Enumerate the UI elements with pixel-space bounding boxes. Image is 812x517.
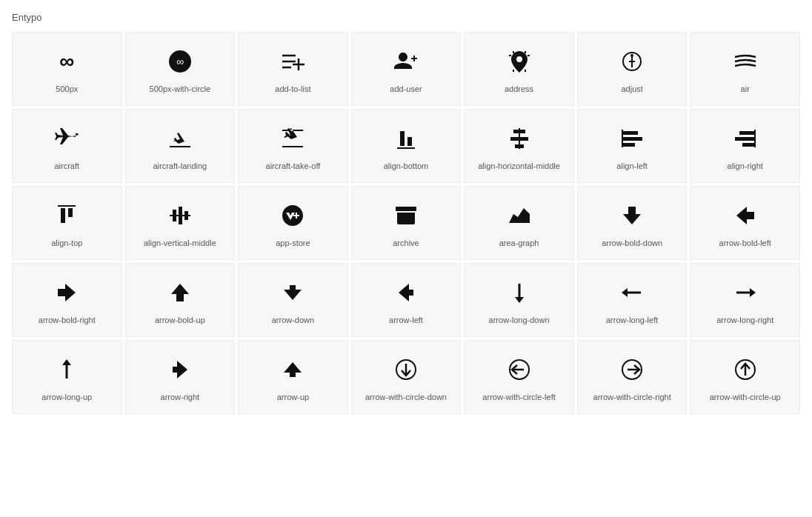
icon-cell-arrow-right[interactable]: arrow-right [125, 340, 236, 414]
icon-cell-arrow-long-left[interactable]: arrow-long-left [577, 263, 688, 337]
arrow-bold-right-label: arrow-bold-right [39, 315, 96, 325]
arrow-with-circle-up-label: arrow-with-circle-up [710, 392, 781, 402]
align-right-icon [733, 124, 757, 153]
adjust-icon [620, 47, 644, 76]
arrow-left-icon [394, 278, 418, 307]
svg-rect-19 [623, 137, 642, 141]
arrow-with-circle-up-icon [733, 355, 757, 384]
icon-cell-add-user[interactable]: add-user [351, 32, 462, 106]
app-store-label: app-store [276, 238, 310, 248]
icon-grid: ∞500px∞500px-with-circleadd-to-listadd-u… [12, 32, 800, 414]
svg-rect-28 [58, 205, 76, 207]
arrow-with-circle-left-label: arrow-with-circle-left [482, 392, 555, 402]
svg-rect-13 [397, 147, 415, 149]
icon-cell-aircraft[interactable]: aircraft [12, 109, 122, 183]
icon-cell-arrow-up[interactable]: arrow-up [238, 340, 348, 414]
icon-cell-area-graph[interactable]: area-graph [464, 186, 574, 260]
app-store-icon [281, 201, 304, 230]
aircraft-take-off-icon [281, 124, 304, 153]
address-icon [508, 47, 531, 76]
icon-cell-arrow-bold-left[interactable]: arrow-bold-left [690, 186, 800, 260]
icon-cell-archive[interactable]: archive [351, 186, 462, 260]
icon-cell-align-left[interactable]: align-left [577, 109, 688, 183]
arrow-bold-left-label: arrow-bold-left [719, 238, 771, 248]
svg-rect-25 [754, 130, 756, 147]
arrow-long-right-label: arrow-long-right [716, 315, 773, 325]
svg-text:∞: ∞ [176, 56, 184, 67]
area-graph-label: area-graph [499, 238, 539, 248]
area-graph-icon [508, 201, 531, 230]
icon-cell-arrow-long-right[interactable]: arrow-long-right [690, 263, 800, 337]
arrow-left-label: arrow-left [389, 315, 423, 325]
arrow-bold-up-icon [168, 278, 192, 307]
add-to-list-icon [281, 47, 304, 76]
500px-label: 500px [56, 84, 78, 94]
icon-cell-500px-with-circle[interactable]: ∞500px-with-circle [125, 32, 236, 106]
icon-cell-arrow-with-circle-right[interactable]: arrow-with-circle-right [577, 340, 688, 414]
arrow-up-label: arrow-up [277, 392, 309, 402]
aircraft-icon [55, 124, 79, 153]
adjust-label: adjust [621, 84, 642, 94]
icon-cell-aircraft-landing[interactable]: aircraft-landing [125, 109, 236, 183]
archive-icon [394, 201, 418, 230]
icon-cell-arrow-with-circle-down[interactable]: arrow-with-circle-down [351, 340, 462, 414]
align-bottom-icon [394, 124, 418, 153]
arrow-long-left-label: arrow-long-left [606, 315, 658, 325]
icon-cell-align-horizontal-middle[interactable]: align-horizontal-middle [464, 109, 574, 183]
arrow-long-left-icon [620, 278, 644, 307]
arrow-with-circle-down-icon [394, 355, 418, 384]
icon-cell-arrow-long-up[interactable]: arrow-long-up [12, 340, 122, 414]
aircraft-landing-icon [168, 124, 192, 153]
align-left-icon [620, 124, 644, 153]
icon-cell-adjust[interactable]: adjust [577, 32, 688, 106]
svg-rect-21 [622, 130, 623, 147]
icon-cell-arrow-bold-down[interactable]: arrow-bold-down [577, 186, 688, 260]
icon-cell-align-vertical-middle[interactable]: align-vertical-middle [125, 186, 236, 260]
icon-cell-arrow-bold-up[interactable]: arrow-bold-up [125, 263, 236, 337]
icon-cell-address[interactable]: address [464, 32, 574, 106]
icon-cell-air[interactable]: air [690, 32, 800, 106]
arrow-long-right-icon [733, 278, 757, 307]
arrow-long-up-label: arrow-long-up [41, 392, 92, 402]
svg-rect-18 [623, 131, 638, 135]
svg-rect-12 [407, 137, 412, 146]
air-icon [733, 47, 757, 76]
align-top-icon [55, 201, 79, 230]
arrow-with-circle-right-icon [620, 355, 644, 384]
align-horizontal-middle-label: align-horizontal-middle [478, 161, 560, 171]
arrow-down-icon [281, 278, 304, 307]
align-right-label: align-right [728, 161, 763, 171]
add-user-label: add-user [390, 84, 422, 94]
icon-cell-arrow-bold-right[interactable]: arrow-bold-right [12, 263, 122, 337]
icon-cell-app-store[interactable]: app-store [238, 186, 348, 260]
icon-cell-add-to-list[interactable]: add-to-list [238, 32, 348, 106]
svg-rect-32 [170, 215, 190, 216]
500px-icon: ∞ [59, 47, 74, 76]
arrow-bold-down-label: arrow-bold-down [602, 238, 662, 248]
icon-cell-align-bottom[interactable]: align-bottom [351, 109, 462, 183]
arrow-with-circle-left-icon [508, 355, 531, 384]
icon-cell-arrow-left[interactable]: arrow-left [351, 263, 462, 337]
align-left-label: align-left [616, 161, 648, 171]
icon-cell-align-right[interactable]: align-right [690, 109, 800, 183]
icon-cell-arrow-with-circle-up[interactable]: arrow-with-circle-up [690, 340, 800, 414]
aircraft-landing-label: aircraft-landing [153, 161, 207, 171]
icon-cell-aircraft-take-off[interactable]: aircraft-take-off [238, 109, 348, 183]
icon-cell-arrow-with-circle-left[interactable]: arrow-with-circle-left [464, 340, 574, 414]
icon-cell-align-top[interactable]: align-top [12, 186, 122, 260]
align-vertical-middle-icon [168, 201, 192, 230]
svg-rect-20 [623, 143, 635, 147]
arrow-up-icon [281, 355, 304, 384]
aircraft-label: aircraft [54, 161, 79, 171]
arrow-long-up-icon [55, 355, 79, 384]
arrow-down-label: arrow-down [272, 315, 314, 325]
icon-cell-arrow-long-down[interactable]: arrow-long-down [464, 263, 574, 337]
icon-cell-500px[interactable]: ∞500px [12, 32, 122, 106]
500px-with-circle-label: 500px-with-circle [150, 84, 211, 94]
svg-rect-22 [739, 131, 754, 135]
archive-label: archive [393, 238, 419, 248]
arrow-bold-up-label: arrow-bold-up [155, 315, 205, 325]
svg-rect-11 [400, 131, 405, 146]
svg-rect-23 [735, 137, 754, 141]
icon-cell-arrow-down[interactable]: arrow-down [238, 263, 348, 337]
